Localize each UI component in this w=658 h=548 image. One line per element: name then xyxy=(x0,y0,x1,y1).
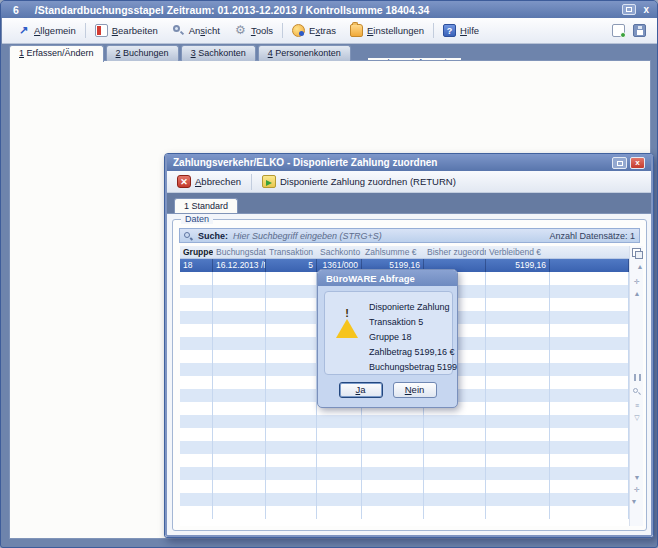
copy-icon[interactable] xyxy=(632,248,641,257)
records-count: 1 xyxy=(630,231,635,241)
scroll-down-icon[interactable]: ▼ xyxy=(630,474,644,482)
application-window: 6 /Standardbuchungsstapel Zeitraum: 01.2… xyxy=(0,0,658,548)
scroll-bottom-icon[interactable]: ▼ xyxy=(630,498,644,506)
dialog-tabstrip: 1 Standard xyxy=(167,193,653,213)
cell-buchungsdatum: 16.12.2013 /Mo xyxy=(213,259,266,272)
dialog-toolbar: ✕ Abbrechen Disponierte Zahlung zuordnen… xyxy=(167,171,653,193)
menu-ansicht[interactable]: Ansicht xyxy=(165,21,227,40)
save-icon[interactable] xyxy=(633,24,646,37)
dialog-close-icon[interactable]: x xyxy=(630,157,645,169)
dialog-table-empty-row[interactable] xyxy=(180,428,629,441)
msg-line-1: Disponierte Zahlung xyxy=(369,300,458,315)
cell-gruppe: 18 xyxy=(180,259,213,272)
dialog-table-empty-row[interactable] xyxy=(180,415,629,428)
scroll-top-icon[interactable]: ▲ xyxy=(630,263,644,271)
dialog-titlebar: Zahlungsverkehr/ELKO - Disponierte Zahlu… xyxy=(165,154,653,171)
main-tabstrip: 1 Erfassen/Ändern 2 Buchungen 3 Sachkont… xyxy=(9,45,351,61)
dialog-table-empty-row[interactable] xyxy=(180,506,629,519)
tab-personenkonten[interactable]: 4 Personenkonten xyxy=(258,45,351,61)
window-title: /Standardbuchungsstapel Zeitraum: 01.201… xyxy=(35,4,429,16)
lightbulb-icon xyxy=(292,24,305,37)
new-document-icon[interactable] xyxy=(612,24,625,37)
nein-button[interactable]: Nein xyxy=(393,382,437,398)
dialog-table-empty-row[interactable] xyxy=(180,480,629,493)
close-icon[interactable]: x xyxy=(641,5,651,15)
cell-transaktion: 5 xyxy=(266,259,317,272)
search-input[interactable]: Hier Suchbegriff eingeben (STRG+S) xyxy=(233,231,382,241)
window-titlebar: 6 /Standardbuchungsstapel Zeitraum: 01.2… xyxy=(1,1,657,18)
scroll-up-icon[interactable]: ✛ xyxy=(630,278,644,286)
scroll-page-up-icon[interactable]: ▲ xyxy=(630,290,644,298)
restore-icon[interactable] xyxy=(622,4,636,15)
pause-icon[interactable] xyxy=(630,374,644,383)
scroll-plus-icon[interactable]: ✛ xyxy=(630,486,644,494)
menu-tools[interactable]: ⚙ Tools xyxy=(227,21,280,40)
cancel-x-icon: ✕ xyxy=(177,175,191,188)
dialog-table-empty-row[interactable] xyxy=(180,441,629,454)
menu-allgemein[interactable]: ↗ Allgemein xyxy=(10,21,83,40)
menu-bearbeiten[interactable]: Bearbeiten xyxy=(88,21,165,40)
gear-icon: ⚙ xyxy=(234,24,247,37)
tab-buchungen[interactable]: 2 Buchungen xyxy=(106,45,179,61)
folder-icon xyxy=(350,24,363,37)
menubar: ↗ Allgemein Bearbeiten Ansicht ⚙ Tools E… xyxy=(2,18,658,44)
search-icon xyxy=(184,231,194,241)
zoom-icon[interactable] xyxy=(630,388,644,398)
warning-icon: ! xyxy=(336,302,358,322)
msg-line-3: Gruppe 18 xyxy=(369,330,458,345)
menu-hilfe[interactable]: ? Hilfe xyxy=(436,21,486,40)
menu-einstellungen[interactable]: Einstellungen xyxy=(343,21,431,40)
magnifier-icon xyxy=(172,24,185,37)
list-icon[interactable]: ≡ xyxy=(630,402,644,410)
filter-icon[interactable]: ▽ xyxy=(630,414,644,422)
tab-standard[interactable]: 1 Standard xyxy=(174,198,238,213)
msgbox-title: BüroWARE Abfrage xyxy=(318,270,457,286)
table-scrollbar[interactable]: ▲ ✛ ▲ ≡ ▽ ▼ ✛ ▼ xyxy=(629,246,643,526)
menu-extras[interactable]: Extras xyxy=(285,21,343,40)
bueroware-abfrage-msgbox: BüroWARE Abfrage ! Disponierte Zahlung T… xyxy=(317,269,458,408)
dialog-table-empty-row[interactable] xyxy=(180,493,629,506)
dialog-table-empty-row[interactable] xyxy=(180,467,629,480)
msg-line-4: Zahlbetrag 5199,16 € xyxy=(369,345,458,360)
disponierte-zahlung-zuordnen-button[interactable]: Disponierte Zahlung zuordnen (RETURN) xyxy=(258,173,460,190)
daten-legend: Daten xyxy=(181,214,213,224)
dialog-title: Zahlungsverkehr/ELKO - Disponierte Zahlu… xyxy=(173,157,437,168)
msg-line-2: Transaktion 5 xyxy=(369,315,458,330)
tab-sachkonten[interactable]: 3 Sachkonten xyxy=(181,45,256,61)
dialog-table-empty-row[interactable] xyxy=(180,454,629,467)
help-icon: ? xyxy=(443,24,456,37)
assign-icon xyxy=(262,175,276,188)
arrow-up-right-icon: ↗ xyxy=(17,24,30,37)
window-number: 6 xyxy=(13,4,19,16)
dialog-table-header: Gruppe Buchungsdatum Transaktion Sachkon… xyxy=(180,246,629,259)
ja-button[interactable]: Ja xyxy=(339,382,383,398)
tab-erfassen-aendern[interactable]: 1 Erfassen/Ändern xyxy=(9,45,104,62)
search-bar[interactable]: Suche: Hier Suchbegriff eingeben (STRG+S… xyxy=(179,228,640,243)
msgbox-panel: ! Disponierte Zahlung Transaktion 5 Grup… xyxy=(324,291,453,375)
search-label: Suche: xyxy=(198,231,228,241)
notebook-icon xyxy=(95,24,108,37)
cell-verbleibend: 5199,16 xyxy=(486,259,550,272)
dialog-restore-icon[interactable] xyxy=(612,157,627,169)
records-label: Anzahl Datensätze: xyxy=(549,231,627,241)
abbrechen-button[interactable]: ✕ Abbrechen xyxy=(173,173,245,190)
msg-line-5: Buchungsbetrag 5199,16 € xyxy=(369,360,458,375)
